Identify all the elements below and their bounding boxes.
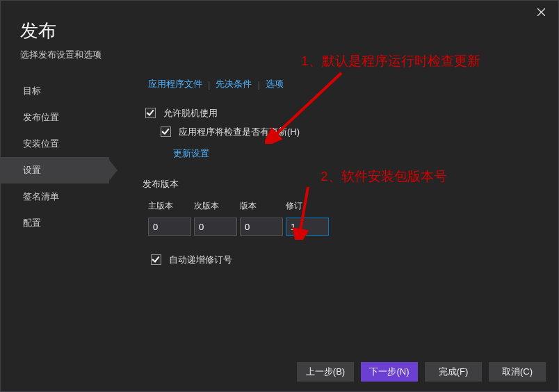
cancel-button[interactable]: 取消(C) xyxy=(489,362,546,382)
link-app-files[interactable]: 应用程序文件 xyxy=(143,78,208,90)
offline-label: 允许脱机使用 xyxy=(163,107,218,120)
major-label: 主版本 xyxy=(148,200,184,212)
check-updates-label: 应用程序将检查是否有更新(H) xyxy=(179,126,300,138)
dialog-title: 发布 xyxy=(20,19,539,43)
sidebar-item-configuration[interactable]: 配置 xyxy=(1,210,109,236)
back-button[interactable]: 上一步(B) xyxy=(297,362,354,382)
offline-checkbox[interactable] xyxy=(145,108,156,118)
dialog-subtitle: 选择发布设置和选项 xyxy=(20,49,539,61)
close-button[interactable] xyxy=(530,3,551,20)
revision-input[interactable] xyxy=(286,218,329,236)
sidebar: 目标 发布位置 安装位置 设置 签名清单 配置 xyxy=(1,78,109,271)
dialog-footer: 上一步(B) 下一步(N) 完成(F) 取消(C) xyxy=(297,362,546,382)
next-button[interactable]: 下一步(N) xyxy=(361,362,418,382)
close-icon xyxy=(537,8,545,16)
build-label: 版本 xyxy=(240,200,276,212)
major-input[interactable] xyxy=(148,218,191,236)
build-input[interactable] xyxy=(240,218,283,236)
auto-increment-row[interactable]: 自动递增修订号 xyxy=(148,252,544,267)
check-updates-row[interactable]: 应用程序将检查是否有更新(H) xyxy=(158,124,544,139)
offline-checkbox-row[interactable]: 允许脱机使用 xyxy=(143,106,544,120)
revision-label: 修订 xyxy=(286,200,322,212)
sidebar-item-settings[interactable]: 设置 xyxy=(1,157,109,183)
sidebar-item-target[interactable]: 目标 xyxy=(1,78,109,104)
check-updates-checkbox[interactable] xyxy=(161,126,171,137)
sidebar-item-sign-manifest[interactable]: 签名清单 xyxy=(1,183,109,210)
auto-increment-label: 自动递增修订号 xyxy=(169,254,232,266)
version-row: 主版本 次版本 版本 修订 xyxy=(148,200,544,236)
auto-increment-checkbox[interactable] xyxy=(151,254,161,265)
publish-version-label: 发布版本 xyxy=(143,178,544,190)
finish-button[interactable]: 完成(F) xyxy=(425,362,482,382)
link-prerequisites[interactable]: 先决条件 xyxy=(210,78,257,90)
minor-label: 次版本 xyxy=(194,200,230,212)
content-panel: 应用程序文件 | 先决条件 | 选项 允许脱机使用 应用程序将检查是否有更新(H… xyxy=(109,78,558,271)
publish-dialog: 发布 选择发布设置和选项 目标 发布位置 安装位置 设置 签名清单 配置 应用程… xyxy=(0,0,559,392)
sidebar-item-install-location[interactable]: 安装位置 xyxy=(1,131,109,157)
sidebar-item-publish-location[interactable]: 发布位置 xyxy=(1,104,109,131)
link-options[interactable]: 选项 xyxy=(260,78,289,90)
minor-input[interactable] xyxy=(194,218,237,236)
dialog-header: 发布 选择发布设置和选项 xyxy=(1,1,558,61)
update-settings-link[interactable]: 更新设置 xyxy=(173,147,209,160)
link-bar: 应用程序文件 | 先决条件 | 选项 xyxy=(143,78,544,90)
